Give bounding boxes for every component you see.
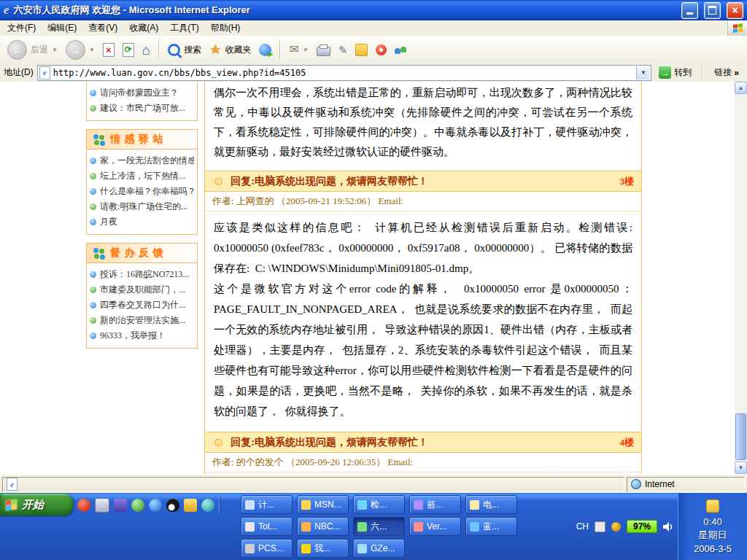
stop-button[interactable] xyxy=(100,41,117,59)
taskbar-button[interactable]: Tot... xyxy=(241,517,293,536)
page-icon xyxy=(39,66,50,79)
start-button[interactable]: 开始 xyxy=(0,494,73,516)
taskbar-button[interactable]: GZe... xyxy=(353,539,405,558)
favorites-button[interactable]: 收藏夹 xyxy=(206,41,254,58)
quicklaunch-app-icon[interactable] xyxy=(114,499,127,512)
sidebar-link[interactable]: 请问帝都蒙园业主？ xyxy=(90,85,194,101)
messenger-button[interactable] xyxy=(392,42,409,58)
scroll-up-button[interactable] xyxy=(735,82,747,94)
clover-icon xyxy=(93,248,98,253)
sidebar-link-label: 请问帝都蒙园业主？ xyxy=(100,87,179,99)
menu-favorites[interactable]: 收藏(A) xyxy=(123,20,164,36)
clock-panel[interactable]: 0:40 星期日 2006-3-5 xyxy=(678,493,747,560)
sidebar-link-label: 家，一段无法割舍的情感 xyxy=(100,155,194,167)
quicklaunch-cyan-icon[interactable] xyxy=(201,499,214,512)
sidebar-link[interactable]: 投诉：16路皖NO7213... xyxy=(90,267,194,282)
sidebar-link[interactable]: 市建委及职能部门，... xyxy=(90,282,194,298)
battery-indicator[interactable]: 97% xyxy=(627,520,657,533)
quicklaunch-qq-icon[interactable] xyxy=(166,499,179,512)
input-language-indicator[interactable]: CH xyxy=(576,521,589,532)
speaker-icon[interactable] xyxy=(663,522,674,532)
notes-button[interactable] xyxy=(352,42,371,58)
forum-page: 请问帝都蒙园业主？ 建议：市民广场可放... 情 感 驿 站 家，一段无法割舍的… xyxy=(0,82,735,474)
menu-edit[interactable]: 编辑(E) xyxy=(42,20,82,36)
back-button[interactable]: 后退 xyxy=(4,38,61,62)
sidebar-section-header: 情 感 驿 站 xyxy=(87,130,197,149)
tray-app-icon[interactable] xyxy=(595,521,605,532)
vertical-scrollbar[interactable] xyxy=(735,82,747,474)
taskbar-button-label: MSN... xyxy=(314,499,341,510)
taskbar-button-icon xyxy=(357,522,367,532)
taskbar-button[interactable]: 我... xyxy=(297,539,349,558)
red-app-icon xyxy=(376,44,387,55)
scroll-down-button[interactable] xyxy=(735,462,747,474)
refresh-button[interactable] xyxy=(120,41,137,59)
sidebar-link[interactable]: 96333，我举报！ xyxy=(90,328,194,343)
taskbar-button[interactable]: PCS... xyxy=(241,539,293,558)
taskbar-button-icon xyxy=(301,500,311,510)
reply-author-line: 作者: 的个的发个 （2005-09-26 12:06:35） Email: xyxy=(205,453,641,472)
taskbar-button-active[interactable]: 六... xyxy=(353,517,405,536)
address-url: http://www.luan.gov.cn/bbs/bbs_view.php?… xyxy=(53,68,306,78)
menu-view[interactable]: 查看(V) xyxy=(82,20,123,36)
sidebar-link[interactable]: 四季春交叉路口为什... xyxy=(90,298,194,313)
close-button[interactable] xyxy=(727,2,743,19)
sidebar-link[interactable]: 请教:明珠广场住宅的... xyxy=(90,199,194,214)
maximize-button[interactable] xyxy=(704,2,721,19)
taskbar-button[interactable]: Ver... xyxy=(409,517,461,536)
taskbar-button[interactable]: 计... xyxy=(241,495,293,514)
sidebar-link[interactable]: 新的治安管理法实施... xyxy=(90,313,194,328)
taskbar-button-icon xyxy=(414,522,423,532)
address-input[interactable]: http://www.luan.gov.cn/bbs/bbs_view.php?… xyxy=(37,65,652,81)
bullet-icon xyxy=(90,90,96,96)
sidebar-link[interactable]: 什么是幸福？你幸福吗？ xyxy=(90,184,194,199)
edit-button[interactable] xyxy=(336,42,351,58)
forward-icon xyxy=(66,40,85,60)
taskbar-button-label: 我... xyxy=(314,542,330,555)
sidebar-link[interactable]: 建议：市民广场可放... xyxy=(90,101,194,116)
quicklaunch-disk-icon[interactable] xyxy=(95,498,109,513)
menu-file[interactable]: 文件(F) xyxy=(1,20,42,36)
red-app-button[interactable] xyxy=(373,42,390,58)
quicklaunch-globe-icon[interactable] xyxy=(149,499,162,512)
bullet-icon xyxy=(90,317,96,324)
taskbar-button[interactable]: 蓝... xyxy=(465,517,517,536)
sidebar-link[interactable]: 家，一段无法割舍的情感 xyxy=(90,153,194,168)
home-button[interactable] xyxy=(139,41,153,59)
menu-help[interactable]: 帮助(H) xyxy=(205,20,247,36)
taskbar-button[interactable]: 检... xyxy=(353,495,405,514)
bullet-icon xyxy=(90,158,96,164)
taskbar-button[interactable]: 箭... xyxy=(409,495,461,514)
ie-icon: e xyxy=(4,3,9,18)
links-menu[interactable]: 链接 » xyxy=(710,66,743,79)
status-page-icon xyxy=(7,478,18,491)
menu-tools[interactable]: 工具(T) xyxy=(164,20,204,36)
taskbar-button[interactable]: MSN... xyxy=(297,495,349,514)
go-button[interactable]: 转到 xyxy=(655,66,695,79)
taskbar-button[interactable]: 电... xyxy=(465,495,517,514)
bullet-icon xyxy=(90,188,96,195)
globe-icon xyxy=(631,479,641,489)
taskbar-button[interactable]: NBC... xyxy=(297,517,349,536)
print-button[interactable] xyxy=(314,42,333,58)
quicklaunch-media-icon[interactable] xyxy=(77,499,90,512)
media-button[interactable] xyxy=(256,42,274,58)
address-dropdown-button[interactable] xyxy=(636,66,649,79)
sidebar-link[interactable]: 坛上冷清，坛下热情... xyxy=(90,168,194,184)
tray-shield-icon[interactable] xyxy=(611,522,621,532)
taskbar-button-label: Tot... xyxy=(258,521,277,532)
reply-author-line: 作者: 上网查的 （2005-09-21 19:52:06） Email: xyxy=(205,192,641,211)
search-button[interactable]: 搜索 xyxy=(165,42,204,58)
thread-main-column: 偶尔一次不用理会，系统出错是正常的，重新启动即可，出现次数多了，两种情况比较常见… xyxy=(204,82,642,474)
sidebar-link[interactable]: 月夜 xyxy=(90,214,194,230)
search-icon xyxy=(168,44,180,56)
quicklaunch-notes-icon[interactable] xyxy=(184,499,197,512)
window-title: 六安市人民政府网 欢迎您 - Microsoft Internet Explor… xyxy=(14,4,676,17)
forward-button[interactable] xyxy=(63,38,98,62)
back-label: 后退 xyxy=(31,44,48,56)
scrollbar-thumb[interactable] xyxy=(735,413,746,460)
quicklaunch-green-icon[interactable] xyxy=(131,499,144,512)
minimize-button[interactable] xyxy=(681,2,698,19)
mail-button[interactable] xyxy=(286,42,311,58)
taskbar: 开始 计... MSN... 检... 箭... 电... Tot... NBC… xyxy=(0,493,747,560)
